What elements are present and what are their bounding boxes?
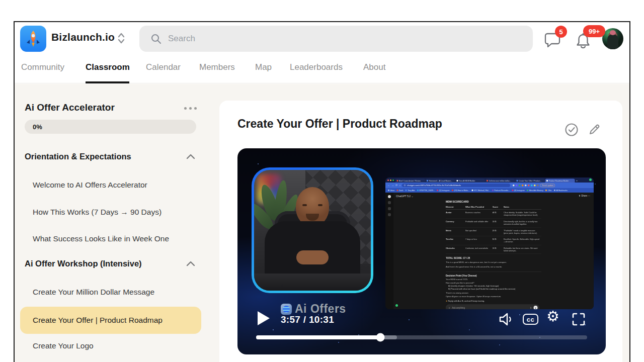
time-display: 3:57 / 10:31	[281, 314, 334, 325]
header: Bizlaunch.io Search 5	[15, 22, 629, 53]
search-placeholder: Search	[168, 34, 195, 44]
lesson-item-success-week-one[interactable]: What Success Looks Like in Week One	[33, 234, 169, 243]
particle-background	[258, 163, 259, 164]
decision-point-title: Decision Point (You Choose)	[446, 275, 541, 277]
tab-leaderboards[interactable]: Leaderboards	[290, 62, 343, 72]
play-button[interactable]	[258, 311, 270, 325]
scorecard-title: MDM SCORECARD	[446, 200, 541, 203]
rocket-icon	[23, 29, 43, 49]
section-workshop[interactable]: Ai Offer Workshop (Intensive)	[25, 259, 142, 268]
volume-button[interactable]	[498, 312, 514, 328]
seek-thumb[interactable]	[376, 333, 385, 342]
mark-complete-button[interactable]	[565, 123, 579, 139]
user-avatar[interactable]	[602, 28, 623, 49]
section-orientation[interactable]: Orientation & Expectations	[25, 152, 131, 161]
chat-badge: 5	[555, 26, 567, 38]
channel-watermark: Ai Offers	[281, 302, 346, 316]
fullscreen-button[interactable]	[572, 312, 586, 328]
chevron-up-icon[interactable]	[186, 260, 196, 269]
pencil-icon	[587, 123, 601, 137]
search-input[interactable]: Search	[139, 26, 533, 52]
laptop	[254, 274, 371, 291]
recording-indicator	[395, 304, 398, 307]
share-button: ⬆ Share ⋯	[579, 195, 590, 197]
lesson-item-create-logo[interactable]: Create Your Logo	[33, 341, 94, 350]
app-window: Bizlaunch.io Search 5	[14, 21, 630, 362]
course-menu-button[interactable]	[184, 107, 201, 114]
lesson-item-welcome[interactable]: Welcome to AI Offers Accelerator	[33, 180, 147, 190]
tab-about[interactable]: About	[363, 62, 385, 72]
notification-badge: 99+	[583, 25, 605, 37]
ai-offers-logo-icon	[281, 304, 292, 315]
active-lesson-label: Create Your Offer | Product Roadmap	[33, 316, 163, 325]
window-controls	[387, 179, 394, 181]
video-player[interactable]: Brief | Logo design | Rictory Homework -…	[237, 148, 606, 354]
tab-classroom[interactable]: Classroom	[86, 62, 130, 72]
brand-name: Bizlaunch.io	[51, 31, 115, 43]
lesson-title: Create Your Offer | Product Roadmap	[237, 117, 442, 131]
speaker-video	[254, 170, 371, 291]
speaker-icon	[498, 312, 514, 326]
chevron-up-icon[interactable]	[186, 153, 196, 162]
browser-toolbar: ←→⟳⌂ chatgpt.com/c/687a760b-4774-832e-8c…	[385, 183, 594, 188]
chatgpt-page: ChatGPT 5.2 ⌄ ⬆ Share ⋯ MDM SCORECARD El…	[393, 193, 594, 309]
check-circle-icon	[565, 123, 579, 137]
captions-button[interactable]: cc	[523, 314, 538, 325]
brand-logo[interactable]	[20, 26, 46, 52]
tab-community[interactable]: Community	[21, 62, 64, 72]
tab-members[interactable]: Members	[199, 62, 235, 72]
course-title: Ai Offer Accelerator	[25, 102, 115, 113]
main-nav: Community Classroom Calendar Members Map…	[15, 53, 629, 83]
browser-tabstrip: Brief | Logo design | Rictory Homework -…	[385, 177, 594, 183]
tab-calendar[interactable]: Calendar	[146, 62, 181, 72]
unfold-more-icon	[117, 32, 126, 45]
course-progress-bar: 0%	[25, 120, 196, 134]
fullscreen-icon	[572, 312, 586, 326]
scorecard-table: Element What Was Provided Score Notes Av…	[446, 205, 541, 254]
chatgpt-composer: + Ask anything 🎙 ●	[446, 305, 539, 309]
edit-lesson-button[interactable]	[587, 123, 601, 139]
speaker-frame	[252, 167, 373, 293]
content-area: Ai Offer Accelerator 0% Orientation & Ex…	[15, 84, 629, 362]
lesson-item-product-roadmap-active[interactable]: Create Your Offer | Product Roadmap	[20, 307, 201, 334]
chatgpt-sidebar	[385, 193, 393, 309]
finish-update-button: Finish update	[540, 184, 555, 187]
lesson-card: Create Your Offer | Product Roadmap	[219, 101, 622, 362]
progress-label: 0%	[33, 123, 42, 131]
screencast-browser: Brief | Logo design | Rictory Homework -…	[385, 177, 594, 309]
bookmarks-bar: Ideas Dash Tony Ads 87587758_13039... (5…	[385, 188, 594, 193]
active-tab-underline	[86, 81, 129, 83]
community-switcher[interactable]	[117, 32, 126, 47]
total-score: TOTAL SCORE: 17 / 25	[446, 257, 541, 259]
page-url: chatgpt.com/c/687a760b-4774-832e-8c7f-b7…	[407, 184, 461, 187]
presenter	[296, 187, 329, 226]
address-bar: chatgpt.com/c/687a760b-4774-832e-8c7f-b7…	[402, 184, 510, 187]
lesson-item-million-dollar-message[interactable]: Create Your Million Dollar Message	[33, 288, 154, 297]
lesson-item-how-this-works[interactable]: How This Works (7 Days → 90 Days)	[33, 208, 162, 217]
model-selector: ChatGPT 5.2 ⌄	[396, 195, 414, 198]
tab-map[interactable]: Map	[255, 62, 272, 72]
search-icon	[150, 33, 162, 44]
seek-bar[interactable]	[256, 335, 587, 339]
settings-button[interactable]: ⚙	[546, 309, 559, 324]
